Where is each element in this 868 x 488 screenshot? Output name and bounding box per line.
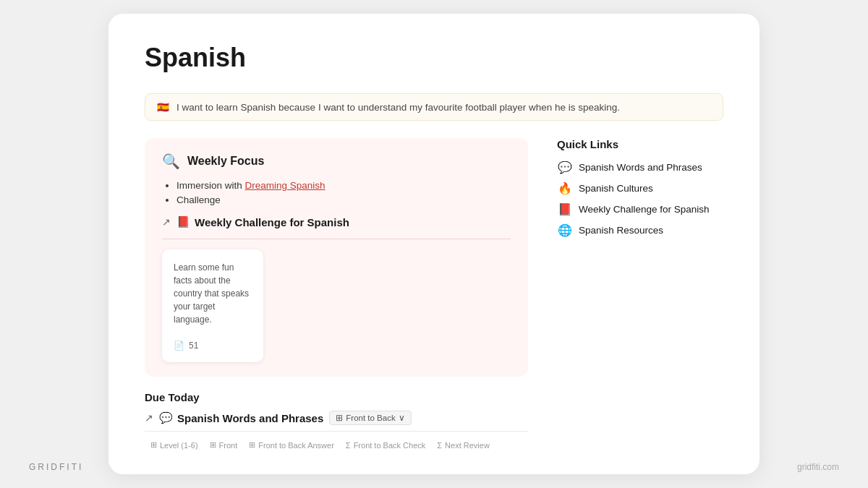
table-header-row: ⊞Level (1-6)⊞Front⊞Front to Back AnswerΣ… bbox=[145, 431, 528, 453]
outer-wrapper: GRIDFITI gridfiti.com Spanish 🇪🇸 I want … bbox=[0, 0, 868, 488]
left-column: 🔍 Weekly Focus Immersion with Dreaming S… bbox=[145, 138, 528, 453]
due-today-link[interactable]: 💬 Spanish Words and Phrases bbox=[159, 411, 323, 424]
weekly-focus-icon: 🔍 bbox=[162, 153, 180, 170]
table-col-header: ΣNext Review bbox=[431, 437, 495, 453]
main-card: Spanish 🇪🇸 I want to learn Spanish becau… bbox=[109, 14, 760, 474]
challenge-emoji: 📕 bbox=[176, 215, 190, 228]
table-col-header: ⊞Front to Back Answer bbox=[243, 437, 340, 453]
col-label: Front to Back Check bbox=[354, 441, 426, 450]
quick-link-label: Weekly Challenge for Spanish bbox=[579, 204, 710, 215]
challenge-arrow-icon: ↗ bbox=[162, 216, 171, 228]
quick-link-item[interactable]: 🔥 Spanish Cultures bbox=[557, 181, 723, 195]
weekly-focus-title: Weekly Focus bbox=[187, 155, 264, 168]
col-sort-icon: Σ bbox=[346, 441, 351, 450]
col-sort-icon: ⊞ bbox=[249, 440, 255, 450]
challenge-row: ↗ 📕 Weekly Challenge for Spanish bbox=[162, 215, 511, 239]
col-sort-icon: ⊞ bbox=[150, 440, 157, 450]
right-column: Quick Links 💬 Spanish Words and Phrases … bbox=[557, 138, 723, 453]
flag-emoji: 🇪🇸 bbox=[157, 101, 169, 113]
table-col-header: ⊞Level (1-6) bbox=[145, 437, 204, 453]
dreaming-spanish-link[interactable]: Dreaming Spanish bbox=[245, 180, 326, 191]
challenge-card[interactable]: Learn some fun facts about the country t… bbox=[162, 249, 263, 362]
challenge-title-text: Weekly Challenge for Spanish bbox=[195, 216, 349, 228]
challenge-title: 📕 Weekly Challenge for Spanish bbox=[176, 215, 349, 228]
quick-link-label: Spanish Words and Phrases bbox=[579, 162, 702, 173]
immersion-prefix: Immersion with bbox=[176, 180, 245, 191]
card-doc-icon: 📄 bbox=[174, 341, 184, 351]
main-content: 🔍 Weekly Focus Immersion with Dreaming S… bbox=[145, 138, 723, 453]
quick-link-emoji: 📕 bbox=[557, 202, 573, 216]
due-today-title-text: Spanish Words and Phrases bbox=[177, 412, 323, 424]
quick-link-item[interactable]: 📕 Weekly Challenge for Spanish bbox=[557, 202, 723, 216]
col-label: Next Review bbox=[445, 441, 490, 450]
badge-chevron: ∨ bbox=[399, 413, 405, 423]
page-title: Spanish bbox=[145, 43, 723, 73]
quick-links-title: Quick Links bbox=[557, 138, 723, 150]
front-to-back-badge[interactable]: ⊞ Front to Back ∨ bbox=[329, 411, 411, 425]
due-today-row: ↗ 💬 Spanish Words and Phrases ⊞ Front to… bbox=[145, 411, 528, 425]
due-today-section: Due Today ↗ 💬 Spanish Words and Phrases … bbox=[145, 391, 528, 453]
col-sort-icon: ⊞ bbox=[210, 440, 216, 450]
col-label: Front bbox=[219, 441, 238, 450]
col-label: Level (1-6) bbox=[160, 441, 198, 450]
badge-label: Front to Back bbox=[346, 414, 395, 422]
quick-link-emoji: 🌐 bbox=[557, 223, 573, 237]
col-label: Front to Back Answer bbox=[258, 441, 334, 450]
quick-link-label: Spanish Cultures bbox=[579, 183, 653, 194]
table-col-header: ΣFront to Back Check bbox=[340, 437, 431, 453]
quick-links-list: 💬 Spanish Words and Phrases 🔥 Spanish Cu… bbox=[557, 160, 723, 237]
table-col-header: ⊞Front bbox=[204, 437, 244, 453]
quick-link-item[interactable]: 💬 Spanish Words and Phrases bbox=[557, 160, 723, 174]
weekly-focus-list: Immersion with Dreaming Spanish Challeng… bbox=[162, 180, 511, 205]
due-today-title: Due Today bbox=[145, 391, 528, 403]
motivation-bar: 🇪🇸 I want to learn Spanish because I wan… bbox=[145, 93, 723, 121]
weekly-focus-header: 🔍 Weekly Focus bbox=[162, 153, 511, 170]
quick-link-emoji: 🔥 bbox=[557, 181, 573, 195]
weekly-focus-section: 🔍 Weekly Focus Immersion with Dreaming S… bbox=[145, 138, 528, 377]
list-item-immersion: Immersion with Dreaming Spanish bbox=[176, 180, 511, 191]
quick-link-item[interactable]: 🌐 Spanish Resources bbox=[557, 223, 723, 237]
challenge-card-footer: 📄 51 bbox=[174, 341, 252, 351]
badge-icon: ⊞ bbox=[336, 413, 343, 423]
col-sort-icon: Σ bbox=[437, 441, 442, 450]
list-item-challenge: Challenge bbox=[176, 194, 511, 205]
due-today-arrow: ↗ bbox=[145, 412, 153, 424]
quick-link-label: Spanish Resources bbox=[579, 225, 663, 236]
card-count: 51 bbox=[189, 341, 198, 351]
motivation-text: I want to learn Spanish because I want t… bbox=[176, 102, 620, 113]
branding-left: GRIDFITI bbox=[29, 462, 83, 472]
due-today-emoji: 💬 bbox=[159, 411, 173, 424]
branding-right: gridfiti.com bbox=[797, 462, 839, 472]
challenge-card-text: Learn some fun facts about the country t… bbox=[174, 261, 252, 326]
quick-link-emoji: 💬 bbox=[557, 160, 573, 174]
